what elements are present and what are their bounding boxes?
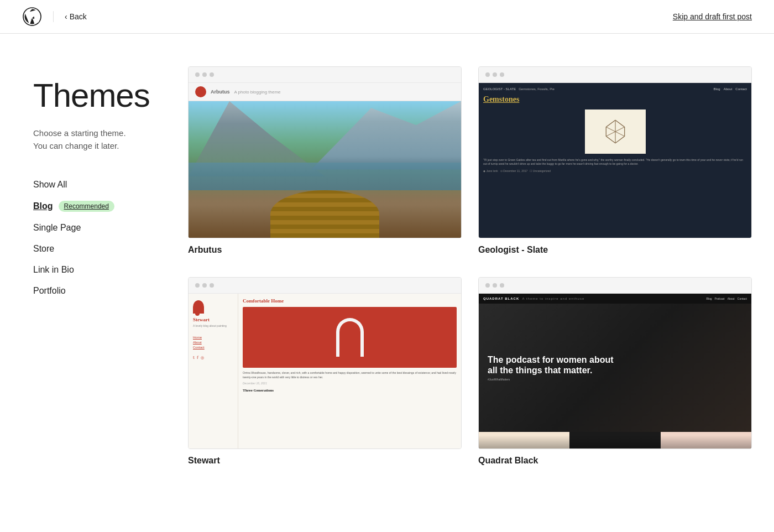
- arbutus-mountain-image: [189, 101, 461, 238]
- sidebar-item-portfolio[interactable]: Portfolio: [33, 280, 144, 301]
- quadrat-nav-contact: Contact: [738, 297, 747, 300]
- arbutus-tagline: A photo blogging theme: [234, 90, 281, 95]
- quadrat-nav-blog: Blog: [707, 297, 712, 300]
- app-header: ‹ Back Skip and draft first post: [0, 0, 774, 34]
- sidebar-item-blog[interactable]: Blog Recommended: [33, 195, 144, 217]
- arbutus-preview-inner: Arbutus A photo blogging theme: [189, 83, 461, 238]
- stewart-post-date: December 16, 2021: [243, 382, 457, 385]
- geologist-content: GEOLOGIST - SLATE Gemstones, Fossils, Pi…: [479, 83, 751, 238]
- page-title: Themes: [33, 77, 144, 114]
- geologist-post-text: "I'll just stop over to Green Gables aft…: [483, 158, 747, 166]
- quadrat-hero-subtitle: #JustWhatMatters: [488, 378, 720, 381]
- dot-3: [210, 72, 214, 77]
- quadrat-strip-1: [479, 432, 569, 448]
- stewart-post-text: Orrina Woodhouse, handsome, clever, and …: [243, 371, 457, 379]
- theme-filter-nav: Show All Blog Recommended Single Page St…: [33, 174, 144, 301]
- dot-2: [493, 72, 497, 77]
- subtitle-line1: Choose a starting theme.: [33, 128, 126, 138]
- window-dots: [189, 67, 461, 83]
- quadrat-logo: QUADRAT BLACK A theme to inspire and ent…: [483, 297, 584, 300]
- themes-main: Arbutus A photo blogging theme Arbutus: [177, 44, 774, 532]
- quadrat-hero: The podcast for women about all the thin…: [479, 304, 751, 432]
- dot-1: [485, 72, 490, 77]
- stewart-nav-home: Home: [193, 336, 205, 339]
- stewart-logo-icon: [193, 300, 204, 314]
- stewart-main-content: Comfortable Home Orrina Woodhouse, hands…: [238, 294, 461, 448]
- sidebar-item-store[interactable]: Store: [33, 238, 144, 259]
- stewart-content: Stewart A lovely blog about painting Hom…: [189, 294, 461, 448]
- window-dots: [479, 278, 751, 294]
- sidebar-item-single-page[interactable]: Single Page: [33, 217, 144, 238]
- geologist-preview-inner: GEOLOGIST - SLATE Gemstones, Fossils, Pi…: [479, 83, 751, 238]
- back-button[interactable]: ‹ Back: [65, 12, 87, 21]
- theme-preview-geologist: GEOLOGIST - SLATE Gemstones, Fossils, Pi…: [478, 66, 752, 238]
- quadrat-theme-name: Quadrat Black: [478, 456, 752, 466]
- arch-shape: [336, 318, 364, 357]
- skip-link[interactable]: Skip and draft first post: [673, 12, 752, 21]
- quadrat-nav: QUADRAT BLACK A theme to inspire and ent…: [479, 294, 751, 304]
- theme-card-quadrat[interactable]: QUADRAT BLACK A theme to inspire and ent…: [478, 277, 752, 466]
- geologist-nav: GEOLOGIST - SLATE Gemstones, Fossils, Pi…: [483, 87, 747, 91]
- geologist-gem-image: [585, 109, 646, 154]
- sidebar-item-link-in-bio[interactable]: Link in Bio: [33, 259, 144, 280]
- svg-marker-7: [606, 132, 615, 143]
- geologist-nav-contact: Contact: [735, 87, 747, 91]
- single-page-label: Single Page: [33, 223, 81, 233]
- svg-marker-2: [615, 120, 625, 132]
- window-dots: [189, 278, 461, 294]
- stewart-nav-contact: Contact: [193, 346, 205, 349]
- stewart-sidebar-panel: Stewart A lovely blog about painting Hom…: [189, 294, 238, 448]
- dot-1: [195, 283, 200, 288]
- stewart-blog-name: Stewart: [193, 317, 210, 322]
- stewart-nav-about: About: [193, 341, 205, 344]
- arbutus-avatar: [195, 86, 206, 97]
- theme-card-arbutus[interactable]: Arbutus A photo blogging theme Arbutus: [188, 66, 462, 255]
- person-silhouette-3: [661, 432, 751, 448]
- dot-3: [500, 283, 504, 288]
- subtitle-line2: You can change it later.: [33, 141, 119, 150]
- back-label: Back: [70, 12, 87, 21]
- quadrat-hero-text: The podcast for women about all the thin…: [488, 354, 720, 381]
- instagram-icon: ◎: [201, 356, 204, 360]
- dot-3: [500, 72, 504, 77]
- sidebar-item-show-all[interactable]: Show All: [33, 174, 144, 195]
- stewart-post-title: Comfortable Home: [243, 298, 457, 304]
- mountain-right: [311, 101, 461, 170]
- stewart-nav-links: Home About Contact: [193, 336, 205, 349]
- page-body: Themes Choose a starting theme. You can …: [0, 0, 774, 532]
- geologist-nav-about: About: [724, 87, 733, 91]
- dot-1: [485, 283, 490, 288]
- stewart-theme-name: Stewart: [188, 456, 462, 466]
- stewart-post2-title: Three Generations: [243, 388, 457, 393]
- quadrat-nav-podcast: Podcast: [715, 297, 725, 300]
- geologist-site-title: GEOLOGIST - SLATE Gemstones, Fossils, Pi…: [483, 87, 555, 91]
- svg-marker-4: [615, 127, 625, 137]
- recommended-badge: Recommended: [59, 201, 114, 212]
- stewart-preview-inner: Stewart A lovely blog about painting Hom…: [189, 294, 461, 448]
- dot-2: [202, 283, 207, 288]
- link-in-bio-label: Link in Bio: [33, 265, 74, 275]
- quadrat-strip-3: [661, 432, 751, 448]
- arbutus-blog-title: Arbutus: [211, 89, 230, 95]
- dot-1: [195, 72, 200, 77]
- quadrat-nav-links: Blog Podcast About Contact: [707, 297, 747, 300]
- geologist-theme-name: Geologist - Slate: [478, 245, 752, 255]
- arbutus-theme-name: Arbutus: [188, 245, 462, 255]
- geologist-nav-blog: Blog: [714, 87, 720, 91]
- theme-card-stewart[interactable]: Stewart A lovely blog about painting Hom…: [188, 277, 462, 466]
- theme-card-geologist[interactable]: GEOLOGIST - SLATE Gemstones, Fossils, Pi…: [478, 66, 752, 255]
- dot-2: [493, 283, 497, 288]
- geologist-post-title: Gemstones: [483, 95, 747, 104]
- window-dots: [479, 67, 751, 83]
- quadrat-content: QUADRAT BLACK A theme to inspire and ent…: [479, 294, 751, 448]
- quadrat-strip-2: [569, 432, 660, 448]
- dot-3: [210, 283, 214, 288]
- quadrat-preview-inner: QUADRAT BLACK A theme to inspire and ent…: [479, 294, 751, 448]
- portfolio-label: Portfolio: [33, 286, 66, 296]
- themes-grid: Arbutus A photo blogging theme Arbutus: [188, 66, 752, 466]
- header-left: ‹ Back: [22, 7, 87, 27]
- twitter-icon: 𝕥: [193, 356, 195, 360]
- theme-preview-arbutus: Arbutus A photo blogging theme: [188, 66, 462, 238]
- facebook-icon: 𝕗: [197, 356, 198, 360]
- blog-label: Blog: [33, 201, 53, 211]
